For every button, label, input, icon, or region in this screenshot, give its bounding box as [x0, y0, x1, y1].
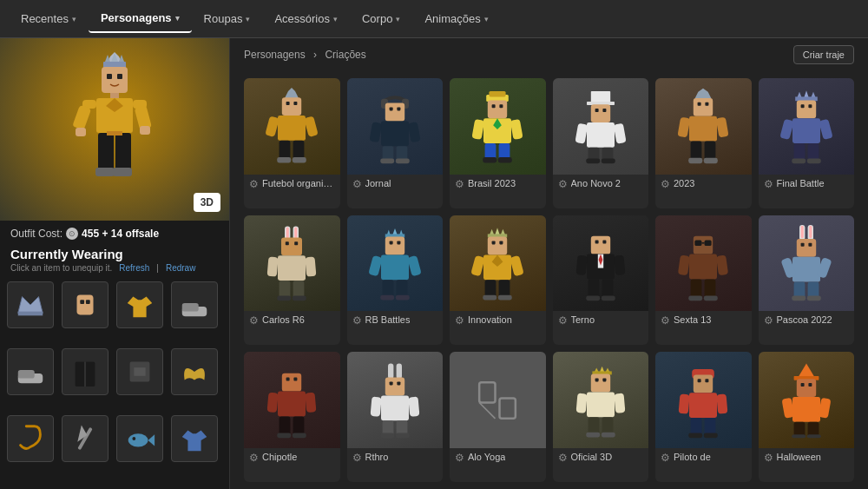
outfit-card-rthro[interactable]: ⚙ Rthro	[347, 352, 444, 482]
breadcrumb-parent-link[interactable]: Personagens	[244, 49, 306, 61]
svg-rect-227	[595, 378, 598, 381]
outfit-card-oficial3d[interactable]: ⚙ Oficial 3D	[553, 352, 649, 482]
svg-rect-138	[368, 255, 383, 277]
svg-rect-92	[694, 98, 713, 116]
outfit-info-carlosr6: ⚙ Carlos R6	[244, 311, 340, 328]
outfit-info-anonovo2: ⚙ Ano Novo 2	[553, 175, 649, 192]
svg-rect-100	[688, 158, 702, 163]
outfit-name-oficial3d: Oficial 3D	[571, 452, 613, 462]
svg-rect-73	[472, 119, 485, 140]
outfit-card-futebol[interactable]: ⚙ Futebol organizac...	[244, 78, 340, 208]
svg-rect-242	[717, 393, 728, 413]
outfit-name-halloween: Halloween	[777, 452, 821, 462]
outfit-name-jornal: Jornal	[365, 178, 391, 188]
wearing-item-shirt[interactable]	[116, 281, 163, 328]
svg-marker-42	[182, 431, 207, 452]
outfit-name-piloto: Piloto de	[674, 452, 711, 462]
wearing-item-pants[interactable]	[62, 348, 108, 395]
nav-item-roupas[interactable]: Roupas ▾	[192, 5, 263, 32]
wearing-item-hook[interactable]	[7, 415, 54, 462]
outfit-card-innovation[interactable]: ⚙ Innovation	[450, 215, 546, 346]
svg-rect-136	[397, 241, 400, 244]
svg-rect-241	[679, 393, 690, 413]
svg-rect-119	[294, 227, 297, 238]
criar-traje-button[interactable]: Criar traje	[793, 45, 854, 64]
outfit-card-carlosr6[interactable]: ⚙ Carlos R6	[244, 215, 340, 346]
outfit-card-aloyoga[interactable]: ⚙ Alo Yoga	[450, 352, 546, 482]
nav-item-animacoes[interactable]: Animações ▾	[412, 5, 500, 32]
wearing-item-face[interactable]	[116, 348, 163, 395]
nav-item-personagens[interactable]: Personagens ▾	[89, 4, 192, 33]
svg-rect-20	[95, 168, 115, 176]
nav-item-corpo[interactable]: Corpo ▾	[350, 5, 412, 32]
svg-rect-96	[678, 117, 691, 138]
svg-rect-206	[293, 433, 306, 438]
outfit-card-halloween[interactable]: ⚙ Halloween	[759, 352, 855, 482]
svg-rect-204	[293, 416, 305, 435]
svg-rect-186	[809, 226, 812, 238]
svg-rect-74	[510, 119, 523, 140]
wearing-item-fish[interactable]	[116, 415, 163, 462]
refresh-link[interactable]: Refresh	[119, 263, 149, 273]
svg-point-39	[128, 433, 148, 446]
outfit-card-2023[interactable]: ⚙ 2023	[655, 78, 752, 208]
outfit-card-anonovo2[interactable]: ⚙ Ano Novo 2	[553, 78, 649, 208]
svg-rect-258	[807, 434, 821, 438]
svg-rect-220	[500, 398, 516, 418]
svg-rect-125	[306, 256, 317, 276]
svg-rect-5	[102, 67, 128, 93]
svg-rect-18	[98, 133, 114, 171]
svg-rect-209	[385, 377, 404, 395]
outfit-card-brasil2023[interactable]: ⚙ Brasil 2023	[450, 78, 546, 208]
wearing-item-shoes[interactable]	[171, 281, 218, 328]
wearing-item-crown[interactable]	[7, 281, 54, 328]
outfit-info-futebol: ⚙ Futebol organizac...	[244, 175, 340, 192]
gear-icon: ⚙	[455, 178, 465, 188]
outfit-card-finalbattle[interactable]: ⚙ Final Battle	[759, 78, 855, 208]
outfit-card-chipotle[interactable]: ⚙ Chipotle	[244, 352, 340, 482]
svg-rect-252	[792, 397, 820, 422]
outfit-card-piloto[interactable]: ⚙ Piloto de	[655, 352, 752, 482]
outfit-info-aloyoga: ⚙ Alo Yoga	[450, 448, 546, 466]
svg-rect-107	[800, 104, 804, 108]
svg-rect-121	[286, 241, 289, 245]
svg-rect-98	[691, 142, 702, 161]
outfit-card-terno[interactable]: ⚙ Terno	[553, 215, 649, 346]
nav-item-recentes[interactable]: Recentes ▾	[9, 5, 89, 32]
gear-icon: ⚙	[558, 452, 569, 462]
svg-rect-139	[407, 255, 422, 277]
svg-rect-8	[110, 93, 119, 98]
wearing-item-wing[interactable]	[171, 348, 218, 395]
svg-rect-159	[498, 295, 512, 301]
caret-icon: ▾	[72, 15, 76, 23]
outfit-cost: Outfit Cost: ⊙ 455 + 14 offsale	[0, 221, 229, 243]
svg-rect-176	[689, 254, 717, 280]
svg-rect-237	[694, 374, 713, 393]
outfit-card-pascoa2022[interactable]: ⚙ Pascoa 2022	[759, 215, 855, 346]
outfit-name-2023: 2023	[674, 178, 694, 188]
outfit-card-jornal[interactable]: ⚙ Jornal	[347, 78, 444, 208]
svg-rect-240	[689, 393, 717, 418]
outfit-name-pascoa2022: Pascoa 2022	[777, 314, 832, 325]
gear-icon: ⚙	[558, 314, 569, 325]
svg-rect-106	[797, 101, 816, 119]
3d-toggle-button[interactable]: 3D	[194, 193, 220, 212]
wearing-item-shirt2[interactable]	[171, 415, 218, 462]
coin-icon: ⊙	[66, 228, 78, 240]
redraw-link[interactable]: Redraw	[166, 263, 195, 273]
wearing-item-head[interactable]	[62, 281, 108, 328]
outfit-card-rbbattles[interactable]: ⚙ RB Battles	[347, 215, 444, 346]
svg-rect-84	[587, 122, 615, 148]
outfit-info-2023: ⚙ 2023	[655, 175, 752, 192]
svg-rect-97	[716, 117, 729, 138]
outfit-card-sexta13[interactable]: ⚙ Sexta 13	[655, 215, 752, 346]
wearing-item-shoes2[interactable]	[7, 348, 54, 395]
svg-rect-231	[614, 393, 625, 413]
nav-item-acessorios[interactable]: Acessórios ▾	[262, 5, 350, 32]
svg-rect-226	[591, 373, 610, 392]
wearing-item-axe[interactable]	[62, 415, 108, 462]
svg-rect-250	[800, 383, 804, 387]
svg-rect-148	[488, 237, 507, 255]
svg-rect-200	[278, 391, 306, 416]
svg-rect-67	[490, 91, 506, 96]
